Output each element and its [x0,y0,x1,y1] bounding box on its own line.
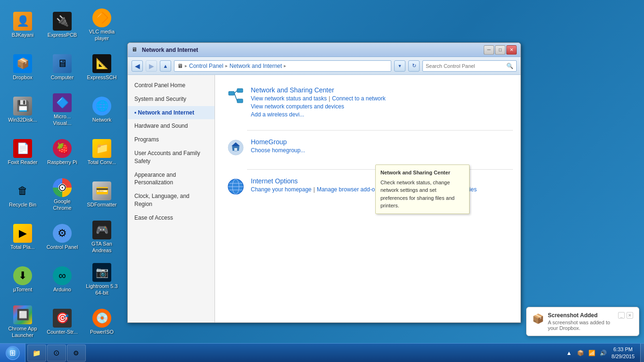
desktop-icons-grid: 👤 BJKayani 🔌 ExpressPCB 🔶 VLC media play… [0,0,127,339]
link-manage-addons[interactable]: Manage browser add-ons [317,186,381,193]
desktop-icon-dropbox[interactable]: 📦 Dropbox [4,46,41,89]
tooltip-title: Network and Sharing Center [380,169,464,177]
total2-icon: ▶ [13,224,32,243]
maximize-button[interactable]: □ [495,45,505,55]
total-label: Total Conv... [88,159,116,165]
computer-icon: 🖥 [53,54,72,73]
desktop-icon-chromeapp[interactable]: 🔲 Chrome App Launcher [4,301,41,343]
sidebar-item-6[interactable]: Appearance and Personalization [128,168,215,190]
taskbar-items: 📁 ⊙ ⚙ [25,344,561,362]
desktop-icon-poweriso[interactable]: 💿 PowerISO [83,301,121,343]
desktop-icon-sdformatter[interactable]: 💳 SDFormatter [83,173,121,216]
network-icon: 🌐 [92,97,111,115]
desktop-icon-raspberry[interactable]: 🍓 Raspberry Pi [43,131,81,173]
network-sharing-title[interactable]: Network and Sharing Center [251,86,509,94]
win32disk-label: Win32Disk... [8,117,37,123]
total-icon: 📁 [92,139,111,158]
link-change-homepage[interactable]: Change your homepage [251,186,312,193]
close-button[interactable]: ✕ [506,45,517,55]
taskbar-settings[interactable]: ⚙ [67,345,86,362]
bjkayani-label: BJKayani [12,32,33,38]
desktop-icon-recycle[interactable]: 🗑 Recycle Bin [4,173,41,216]
arduino-icon: ∞ [53,266,72,285]
recycle-label: Recycle Bin [9,202,36,208]
address-control-panel[interactable]: Control Panel [189,63,223,69]
notification-close[interactable]: ✕ [627,312,633,319]
sidebar-item-7[interactable]: Clock, Language, and Region [128,189,215,211]
sidebar-item-2[interactable]: Network and Internet [128,106,215,120]
poweriso-icon: 💿 [92,309,111,328]
desktop-icon-total[interactable]: 📁 Total Conv... [83,131,121,173]
tray-clock: 6:33 PM 8/29/2015 [610,346,636,360]
link-view-status[interactable]: View network status and tasks [251,95,327,102]
explorer-icon: 📁 [32,348,41,358]
expresssch-label: ExpressSCH [87,74,117,81]
desktop-icon-controlpanel[interactable]: ⚙ Control Panel [43,216,81,258]
sidebar-item-1[interactable]: System and Security [128,92,215,106]
sidebar-item-0[interactable]: Control Panel Home [128,79,215,92]
notification-minimize[interactable]: _ [618,312,625,319]
desktop-icon-counterstrike[interactable]: 🎯 Counter-Str... [43,301,81,343]
address-dropdown-button[interactable]: ▼ [394,60,405,72]
address-bar[interactable]: 🖥 ▸ Control Panel ▸ Network and Internet… [174,60,391,72]
category-network-sharing: Network and Sharing Center View network … [223,82,513,122]
desktop-icon-gta[interactable]: 🎮 GTA San Andreas [83,216,121,258]
chrome-icon: ⊙ [53,178,72,197]
desktop-icon-win32disk[interactable]: 💾 Win32Disk... [4,89,41,131]
sidebar-item-5[interactable]: User Accounts and Family Safety [128,147,215,168]
taskbar-explorer[interactable]: 📁 [27,345,46,362]
back-button[interactable]: ◀ [132,60,143,72]
search-input[interactable] [426,63,504,69]
desktop-icon-lightroom[interactable]: 📷 Lightroom 5.3 64-bit [83,258,121,301]
desktop-icon-chrome[interactable]: ⊙ Google Chrome [43,173,81,216]
desktop-icon-arduino[interactable]: ∞ Arduino [43,258,81,301]
start-button[interactable]: ⊞ [0,344,25,362]
tray-sound[interactable]: 🔊 [598,348,608,358]
chrome-icon: ⊙ [51,348,61,358]
vlc-label: VLC media player [85,29,119,41]
desktop-icon-bjkayani[interactable]: 👤 BJKayani [4,4,41,46]
link-choose-homegroup[interactable]: Choose homegroup... [251,147,305,154]
refresh-button[interactable]: ↻ [408,60,420,72]
taskbar-chrome[interactable]: ⊙ [47,345,66,362]
address-network-internet[interactable]: Network and Internet [230,63,282,69]
search-icon[interactable]: 🔍 [506,63,513,69]
homegroup-title[interactable]: HomeGroup [251,138,509,146]
desktop-icon-computer[interactable]: 🖥 Computer [43,46,81,89]
link-add-wireless[interactable]: Add a wireless devi... [251,111,304,118]
sep2: | [314,186,315,193]
raspberry-icon: 🍓 [53,139,72,158]
notification-icon: 📦 [532,313,544,324]
link-connect-network[interactable]: Connect to a network [332,95,385,102]
desktop-icon-network[interactable]: 🌐 Network [83,89,121,131]
controlpanel-label: Control Panel [47,244,78,250]
up-button[interactable]: ▲ [160,60,171,72]
svg-rect-7 [234,148,237,151]
desktop-icon-total2[interactable]: ▶ Total Pla... [4,216,41,258]
minimize-button[interactable]: ─ [484,45,494,55]
desktop-icon-utorrent[interactable]: ⬇ µTorrent [4,258,41,301]
lightroom-icon: 📷 [92,263,111,282]
desktop-icon-foxit[interactable]: 📄 Foxit Reader [4,131,41,173]
bjkayani-icon: 👤 [13,12,32,31]
tray-dropbox[interactable]: 📦 [576,348,585,358]
sidebar-item-8[interactable]: Ease of Access [128,211,215,225]
taskbar: ⊞ 📁 ⊙ ⚙ ▲ 📦 📶 🔊 6:33 PM 8/29/2015 [0,343,644,362]
sep1: | [329,95,330,102]
sidebar-item-3[interactable]: Hardware and Sound [128,119,215,133]
forward-button[interactable]: ▶ [146,60,157,72]
desktop-icon-expresssch[interactable]: 📐 ExpressSCH [83,46,121,89]
separator1 [247,130,513,131]
desktop-icon-vlc[interactable]: 🔶 VLC media player [83,4,121,46]
total2-label: Total Pla... [10,244,34,250]
link-view-computers[interactable]: View network computers and devices [251,103,344,110]
tray-network[interactable]: 📶 [587,348,596,358]
svg-rect-1 [237,89,243,92]
notification-text: A screenshot was added to your Dropbox. [548,320,614,331]
tray-chevron[interactable]: ▲ [564,348,574,358]
search-bar[interactable]: 🔍 [422,60,517,72]
desktop-icon-micro[interactable]: 🔷 Micro... Visual... [43,89,81,131]
sidebar-item-4[interactable]: Programs [128,133,215,147]
desktop-icon-expresspcb[interactable]: 🔌 ExpressPCB [43,4,81,46]
show-desktop-button[interactable] [640,344,644,362]
